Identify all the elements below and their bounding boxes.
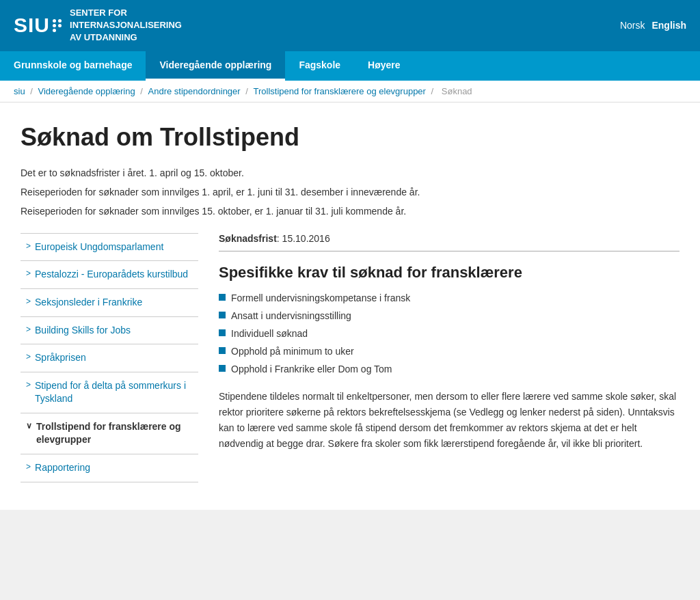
siu-logo: SIU (14, 14, 62, 37)
main-content: Søknadsfrist: 15.10.2016 Spesifikke krav… (219, 233, 679, 482)
main-nav: Grunnskole og barnehage Videregående opp… (0, 51, 700, 81)
org-name: SENTER FOR INTERNASJONALISERING AV UTDAN… (70, 7, 182, 44)
list-item-text: Ansatt i undervisningsstilling (231, 309, 351, 323)
list-item: Ansatt i undervisningsstilling (219, 309, 679, 323)
intro-line-1: Det er to søknadsfrister i året. 1. apri… (21, 165, 679, 180)
sidebar-item-label: Seksjonsleder i Frankrike (35, 296, 142, 310)
breadcrumb-siu[interactable]: siu (14, 86, 25, 96)
chevron-icon: > (26, 462, 31, 472)
sidebar-item-seksjonsleder[interactable]: > Seksjonsleder i Frankrike (21, 288, 198, 316)
list-item: Opphold i Frankrike eller Dom og Tom (219, 362, 679, 377)
sidebar-item-europeisk[interactable]: > Europeisk Ungdomsparlament (21, 233, 198, 261)
sidebar-item-building-skills[interactable]: > Building Skills for Jobs (21, 316, 198, 344)
soeknadsfrist-value: 15.10.2016 (282, 233, 330, 244)
list-item-text: Opphold i Frankrike eller Dom og Tom (231, 362, 392, 377)
bullet-icon (219, 312, 226, 318)
bullet-icon (219, 329, 226, 336)
sidebar-item-label: Trollstipend for fransklærere og elevgru… (36, 420, 193, 447)
breadcrumb-trollstipend[interactable]: Trollstipend for fransklærere og elevgru… (254, 86, 426, 96)
list-item-text: Formell undervisningskompetanse i fransk (231, 291, 410, 305)
logo-area: SIU SENTER FOR INTERNASJONALISERING AV U… (14, 7, 182, 44)
logo-dots (53, 19, 62, 32)
sidebar-item-trollstipend[interactable]: ∨ Trollstipend for fransklærere og elevg… (21, 413, 198, 454)
sidebar-item-rapportering[interactable]: > Rapportering (21, 454, 198, 482)
nav-item-hoyere[interactable]: Høyere (354, 51, 414, 81)
sidebar-item-label: Rapportering (35, 461, 90, 475)
sidebar: > Europeisk Ungdomsparlament > Pestalozz… (21, 233, 198, 482)
chevron-icon: > (26, 325, 31, 334)
page-title: Søknad om Trollstipend (21, 123, 679, 152)
nav-item-grunnskole[interactable]: Grunnskole og barnehage (0, 51, 146, 81)
sidebar-item-label: Stipend for å delta på sommerkurs i Tysk… (35, 379, 193, 406)
intro-line-3: Reiseperioden for søknader som innvilges… (21, 204, 679, 219)
sidebar-item-pestalozzi[interactable]: > Pestalozzi - Europarådets kurstilbud (21, 260, 198, 288)
bullet-icon (219, 347, 226, 354)
lang-english-button[interactable]: English (651, 20, 686, 31)
nav-item-fagskole[interactable]: Fagskole (285, 51, 354, 81)
bullet-icon (219, 294, 226, 301)
sidebar-item-label: Europeisk Ungdomsparlament (35, 241, 163, 254)
list-item: Individuell søknad (219, 327, 679, 341)
breadcrumb-andre[interactable]: Andre stipendordninger (148, 86, 241, 96)
bullet-list: Formell undervisningskompetanse i fransk… (219, 291, 679, 377)
nav-item-videregaende[interactable]: Videregående opplæring (146, 51, 285, 81)
sidebar-item-stipend-sommerkurs[interactable]: > Stipend for å delta på sommerkurs i Ty… (21, 372, 198, 413)
chevron-icon: > (26, 297, 31, 306)
chevron-down-icon: ∨ (26, 421, 32, 431)
sidebar-item-spraakprisen[interactable]: > Språkprisen (21, 344, 198, 372)
chevron-icon: > (26, 352, 31, 362)
breadcrumb: siu / Videregående opplæring / Andre sti… (0, 81, 700, 103)
list-item: Opphold på minimum to uker (219, 344, 679, 359)
list-item-text: Opphold på minimum to uker (231, 344, 354, 359)
siu-text: SIU (14, 14, 50, 37)
breadcrumb-videregaende[interactable]: Videregående opplæring (38, 86, 135, 96)
lang-norsk-button[interactable]: Norsk (620, 20, 645, 31)
chevron-icon: > (26, 241, 31, 251)
list-item: Formell undervisningskompetanse i fransk (219, 291, 679, 305)
sidebar-item-label: Building Skills for Jobs (35, 324, 131, 338)
chevron-icon: > (26, 269, 31, 278)
sidebar-item-label: Språkprisen (35, 351, 86, 365)
soeknadsfrist-label: Søknadsfrist (219, 233, 277, 244)
intro-line-2: Reiseperioden for søknader som innvilges… (21, 185, 679, 200)
bullet-icon (219, 365, 226, 372)
body-text: Stipendene tildeles normalt til enkeltpe… (219, 389, 679, 452)
list-item-text: Individuell søknad (231, 327, 308, 341)
sidebar-item-label: Pestalozzi - Europarådets kurstilbud (35, 268, 188, 282)
breadcrumb-current: Søknad (442, 86, 472, 96)
section-title: Spesifikke krav til søknad for fransklær… (219, 264, 679, 282)
chevron-icon: > (26, 380, 31, 390)
soeknadsfrist-line: Søknadsfrist: 15.10.2016 (219, 233, 679, 244)
divider (219, 251, 679, 251)
lang-switcher: Norsk English (620, 20, 686, 31)
